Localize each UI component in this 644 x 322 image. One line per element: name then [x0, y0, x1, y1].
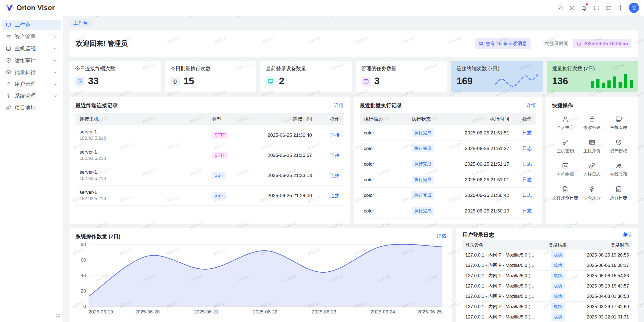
- notification-bell-icon[interactable]: [579, 3, 589, 13]
- log-link[interactable]: 日志: [522, 177, 532, 182]
- batch-records-detail-link[interactable]: 详情: [526, 102, 536, 109]
- last-login-time-badge: 2025-06-25 19:26:55: [573, 39, 631, 48]
- terminal-7d-sparkline: [494, 72, 539, 89]
- apps-check-icon[interactable]: [555, 3, 565, 13]
- unread-messages-badge[interactable]: 您有 15 条未读消息: [475, 38, 531, 49]
- quick-action-item[interactable]: 个人中心: [552, 116, 579, 130]
- table-row: color 执行完成 2025-06-25 21:51:37 日志: [360, 141, 536, 156]
- login-logs-detail-link[interactable]: 详情: [622, 232, 632, 238]
- log-link[interactable]: 日志: [522, 161, 532, 167]
- col-header: 执行描述: [360, 113, 408, 125]
- quick-action-label: 修改密码: [583, 125, 600, 130]
- quick-action-icon: [589, 162, 595, 169]
- quick-action-item[interactable]: 文件操作日志: [552, 186, 579, 201]
- stat-label: 批量执行次数 (7日): [552, 65, 632, 72]
- table-row: server-1 182.92.5.218 SSH 2025-06-25 21:…: [75, 186, 344, 206]
- user-avatar[interactable]: 管: [629, 3, 639, 13]
- sidebar: 工作台 资产管理 主机运维 运维审计 批量执行 用户管理: [0, 16, 63, 322]
- welcome-banner: 欢迎回来! 管理员 您有 15 条未读消息 上次登录时间 2025-06-25 …: [69, 30, 638, 57]
- sidebar-item[interactable]: 主机运维: [3, 43, 61, 54]
- sidebar-item[interactable]: 批量执行: [3, 67, 61, 78]
- quick-action-item[interactable]: 命令执行: [579, 186, 605, 201]
- log-link[interactable]: 日志: [522, 130, 532, 135]
- quick-action-item[interactable]: 资产授权: [605, 139, 632, 154]
- quick-action-label: 主机密钥: [557, 148, 574, 154]
- login-logs-table: 登录设备 登录结果 登录时间 127.0.0.1 - 内网IP - Mozill…: [462, 240, 632, 322]
- terminal-records-detail-link[interactable]: 详情: [334, 102, 344, 109]
- login-time: 2025-06-25 19:26:55: [574, 250, 632, 260]
- sidebar-item[interactable]: 资产管理: [3, 31, 61, 42]
- system-ops-area-chart: 0204060802025-06-192025-06-202025-06-212…: [75, 241, 446, 315]
- quick-actions-card: 快捷操作 个人中心 修改密码 主机管理: [546, 97, 638, 224]
- status-badge: 执行完成: [412, 176, 434, 184]
- card-title: 最近终端连接记录: [75, 102, 118, 109]
- sidebar-item[interactable]: 项目地址: [3, 102, 61, 113]
- quick-action-icon: [562, 116, 569, 122]
- connect-link[interactable]: 连接: [330, 193, 340, 198]
- log-link[interactable]: 日志: [522, 146, 532, 151]
- login-time: 2025-06-06 16:08:17: [574, 260, 632, 271]
- quick-action-item[interactable]: 主机终端: [552, 162, 579, 177]
- table-header-row: 连接主机 类型 连接时间 操作: [75, 113, 344, 125]
- quick-action-item[interactable]: 在线会话: [605, 162, 632, 177]
- quick-action-icon: [615, 162, 622, 169]
- log-link[interactable]: 日志: [522, 193, 532, 198]
- refresh-icon[interactable]: [603, 3, 613, 13]
- svg-text:2025-06-20: 2025-06-20: [135, 309, 159, 314]
- connect-link[interactable]: 连接: [330, 173, 340, 178]
- connect-link[interactable]: 连接: [330, 153, 340, 158]
- system-ops-detail-link[interactable]: 详情: [437, 233, 446, 240]
- app-logo[interactable]: Orion Visor: [5, 4, 55, 12]
- connect-time: 2025-06-25 21:35:57: [243, 145, 316, 165]
- exec-desc: color: [360, 125, 408, 141]
- log-link[interactable]: 日志: [522, 208, 532, 213]
- logo-icon: [5, 4, 14, 12]
- breadcrumb[interactable]: 工作台: [69, 19, 92, 27]
- batch-7d-barchart: [589, 72, 634, 89]
- fullscreen-icon[interactable]: [591, 3, 601, 13]
- sidebar-item[interactable]: 用户管理: [3, 79, 61, 89]
- monitor-icon: [266, 77, 275, 86]
- quick-action-icon: [589, 186, 595, 193]
- svg-text:2025-06-21: 2025-06-21: [194, 309, 218, 314]
- login-time: 2025-04-03 01:36:58: [574, 291, 632, 302]
- quick-action-label: 资产授权: [610, 148, 627, 154]
- table-row: server-1 182.92.5.218 SFTP 2025-06-25 21…: [75, 145, 344, 165]
- theme-sun-icon[interactable]: [567, 3, 577, 13]
- sidebar-item-label: 用户管理: [15, 81, 36, 88]
- host-name: server-1: [79, 169, 204, 175]
- login-device: 127.0.0.1 - 内网IP - Mozilla/5.0 (Windows …: [462, 291, 541, 302]
- settings-gear-icon[interactable]: [615, 3, 625, 13]
- exec-time: 2025-06-25 21:51:01: [450, 172, 513, 188]
- exec-time: 2025-06-25 21:51:17: [450, 156, 513, 172]
- quick-action-item[interactable]: 连接日志: [579, 162, 605, 177]
- connect-link[interactable]: 连接: [330, 132, 340, 138]
- sidebar-item[interactable]: 系统管理: [3, 91, 61, 101]
- col-header: 执行状态: [408, 113, 450, 125]
- table-row: server-1 182.92.5.218 SSH 2025-06-25 21:…: [75, 165, 344, 186]
- col-header: 连接主机: [75, 113, 208, 125]
- quick-action-item[interactable]: 修改密码: [579, 116, 605, 130]
- stat-value: 3: [374, 76, 380, 87]
- login-time: 2025-03-22 01:01:31: [574, 312, 632, 322]
- quick-action-label: 在线会话: [610, 171, 627, 177]
- sidebar-item-label: 资产管理: [15, 33, 36, 40]
- host-ip: 182.92.5.218: [79, 156, 204, 161]
- host-ip: 182.92.5.218: [79, 136, 204, 141]
- stats-row: 今日连接终端次数 33 今日批量执行次数 {} 15 当前登录设备数量 2 管理…: [69, 61, 638, 92]
- quick-action-item[interactable]: 主机管理: [605, 116, 632, 130]
- stat-label: 今日连接终端次数: [75, 65, 155, 72]
- svg-text:2025-06-24: 2025-06-24: [371, 309, 395, 314]
- exec-time: 2025-06-25 21:51:37: [450, 141, 513, 156]
- quick-action-icon: [589, 139, 595, 146]
- sidebar-item[interactable]: 运维审计: [3, 55, 61, 66]
- col-header: 登录时间: [574, 240, 632, 250]
- sidebar-item-label: 系统管理: [15, 92, 36, 99]
- quick-action-item[interactable]: 主机密钥: [552, 139, 579, 154]
- sidebar-collapse-button[interactable]: [55, 314, 61, 319]
- sidebar-item[interactable]: 工作台: [3, 20, 61, 30]
- quick-action-item[interactable]: 执行日志: [605, 186, 632, 201]
- stat-label: 今日批量执行次数: [170, 65, 251, 72]
- quick-action-item[interactable]: 主机身份: [579, 139, 605, 154]
- quick-action-label: 主机管理: [610, 125, 627, 130]
